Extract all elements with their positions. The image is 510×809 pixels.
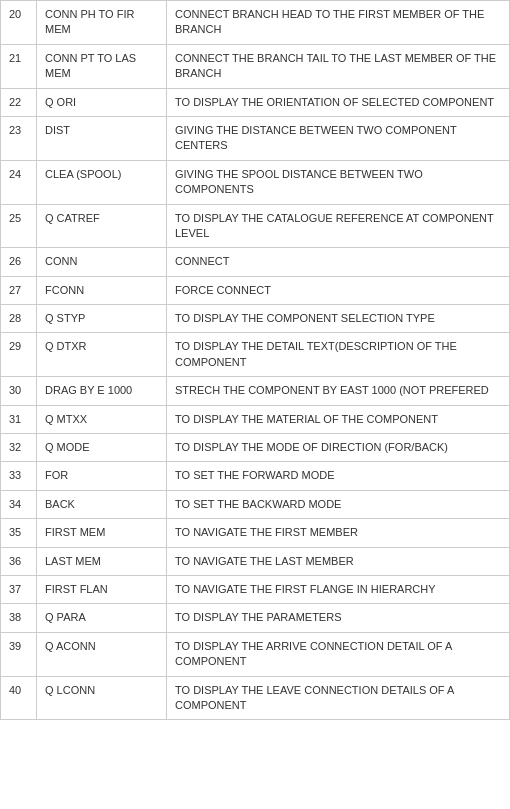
command-description: FORCE CONNECT: [167, 276, 510, 304]
table-row: 31Q MTXXTO DISPLAY THE MATERIAL OF THE C…: [1, 405, 510, 433]
command-description: TO DISPLAY THE ORIENTATION OF SELECTED C…: [167, 88, 510, 116]
command-name: Q CATREF: [37, 204, 167, 248]
table-row: 39Q ACONNTO DISPLAY THE ARRIVE CONNECTIO…: [1, 632, 510, 676]
row-number: 33: [1, 462, 37, 490]
row-number: 26: [1, 248, 37, 276]
command-description: GIVING THE DISTANCE BETWEEN TWO COMPONEN…: [167, 116, 510, 160]
row-number: 38: [1, 604, 37, 632]
command-name: FOR: [37, 462, 167, 490]
row-number: 27: [1, 276, 37, 304]
row-number: 23: [1, 116, 37, 160]
command-description: STRECH THE COMPONENT BY EAST 1000 (NOT P…: [167, 377, 510, 405]
table-row: 24CLEA (SPOOL)GIVING THE SPOOL DISTANCE …: [1, 160, 510, 204]
row-number: 28: [1, 305, 37, 333]
command-name: DIST: [37, 116, 167, 160]
row-number: 40: [1, 676, 37, 720]
command-description: TO DISPLAY THE DETAIL TEXT(DESCRIPTION O…: [167, 333, 510, 377]
row-number: 25: [1, 204, 37, 248]
table-row: 20CONN PH TO FIR MEMCONNECT BRANCH HEAD …: [1, 1, 510, 45]
row-number: 29: [1, 333, 37, 377]
row-number: 36: [1, 547, 37, 575]
row-number: 34: [1, 490, 37, 518]
command-description: TO DISPLAY THE CATALOGUE REFERENCE AT CO…: [167, 204, 510, 248]
table-row: 36LAST MEMTO NAVIGATE THE LAST MEMBER: [1, 547, 510, 575]
table-row: 30DRAG BY E 1000STRECH THE COMPONENT BY …: [1, 377, 510, 405]
table-row: 40Q LCONNTO DISPLAY THE LEAVE CONNECTION…: [1, 676, 510, 720]
command-name: Q MTXX: [37, 405, 167, 433]
command-description: TO DISPLAY THE ARRIVE CONNECTION DETAIL …: [167, 632, 510, 676]
command-name: Q PARA: [37, 604, 167, 632]
command-name: BACK: [37, 490, 167, 518]
table-row: 33FORTO SET THE FORWARD MODE: [1, 462, 510, 490]
row-number: 30: [1, 377, 37, 405]
row-number: 22: [1, 88, 37, 116]
command-name: Q STYP: [37, 305, 167, 333]
command-description: CONNECT BRANCH HEAD TO THE FIRST MEMBER …: [167, 1, 510, 45]
command-name: FCONN: [37, 276, 167, 304]
command-description: TO DISPLAY THE COMPONENT SELECTION TYPE: [167, 305, 510, 333]
table-row: 38Q PARATO DISPLAY THE PARAMETERS: [1, 604, 510, 632]
row-number: 24: [1, 160, 37, 204]
command-name: CONN: [37, 248, 167, 276]
command-name: Q ORI: [37, 88, 167, 116]
command-name: Q MODE: [37, 434, 167, 462]
command-description: TO SET THE FORWARD MODE: [167, 462, 510, 490]
command-description: TO DISPLAY THE MODE OF DIRECTION (FOR/BA…: [167, 434, 510, 462]
command-description: TO NAVIGATE THE FIRST MEMBER: [167, 519, 510, 547]
command-name: CLEA (SPOOL): [37, 160, 167, 204]
row-number: 32: [1, 434, 37, 462]
command-description: CONNECT THE BRANCH TAIL TO THE LAST MEMB…: [167, 44, 510, 88]
commands-table: 20CONN PH TO FIR MEMCONNECT BRANCH HEAD …: [0, 0, 510, 720]
command-name: FIRST MEM: [37, 519, 167, 547]
command-name: Q DTXR: [37, 333, 167, 377]
table-row: 23DISTGIVING THE DISTANCE BETWEEN TWO CO…: [1, 116, 510, 160]
table-row: 32Q MODETO DISPLAY THE MODE OF DIRECTION…: [1, 434, 510, 462]
row-number: 21: [1, 44, 37, 88]
command-name: DRAG BY E 1000: [37, 377, 167, 405]
command-description: TO NAVIGATE THE LAST MEMBER: [167, 547, 510, 575]
row-number: 20: [1, 1, 37, 45]
table-row: 26CONNCONNECT: [1, 248, 510, 276]
row-number: 39: [1, 632, 37, 676]
command-name: Q LCONN: [37, 676, 167, 720]
table-row: 25Q CATREFTO DISPLAY THE CATALOGUE REFER…: [1, 204, 510, 248]
command-name: FIRST FLAN: [37, 575, 167, 603]
command-description: TO NAVIGATE THE FIRST FLANGE IN HIERARCH…: [167, 575, 510, 603]
command-name: CONN PT TO LAS MEM: [37, 44, 167, 88]
command-description: TO DISPLAY THE MATERIAL OF THE COMPONENT: [167, 405, 510, 433]
table-row: 27FCONNFORCE CONNECT: [1, 276, 510, 304]
command-description: TO DISPLAY THE PARAMETERS: [167, 604, 510, 632]
row-number: 37: [1, 575, 37, 603]
row-number: 35: [1, 519, 37, 547]
table-row: 28Q STYPTO DISPLAY THE COMPONENT SELECTI…: [1, 305, 510, 333]
table-row: 37FIRST FLANTO NAVIGATE THE FIRST FLANGE…: [1, 575, 510, 603]
command-name: LAST MEM: [37, 547, 167, 575]
command-description: CONNECT: [167, 248, 510, 276]
command-description: TO DISPLAY THE LEAVE CONNECTION DETAILS …: [167, 676, 510, 720]
row-number: 31: [1, 405, 37, 433]
table-row: 29Q DTXRTO DISPLAY THE DETAIL TEXT(DESCR…: [1, 333, 510, 377]
table-row: 21CONN PT TO LAS MEMCONNECT THE BRANCH T…: [1, 44, 510, 88]
command-description: TO SET THE BACKWARD MODE: [167, 490, 510, 518]
table-row: 35FIRST MEMTO NAVIGATE THE FIRST MEMBER: [1, 519, 510, 547]
command-name: CONN PH TO FIR MEM: [37, 1, 167, 45]
table-row: 22Q ORITO DISPLAY THE ORIENTATION OF SEL…: [1, 88, 510, 116]
command-name: Q ACONN: [37, 632, 167, 676]
table-row: 34BACKTO SET THE BACKWARD MODE: [1, 490, 510, 518]
command-description: GIVING THE SPOOL DISTANCE BETWEEN TWO CO…: [167, 160, 510, 204]
